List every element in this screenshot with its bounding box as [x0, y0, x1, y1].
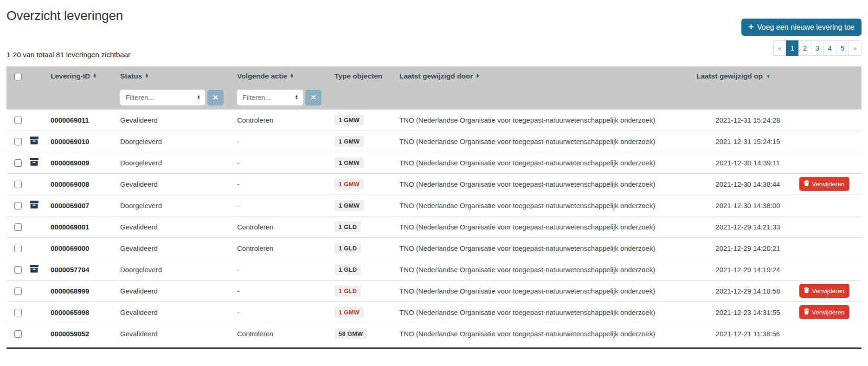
- levering-id[interactable]: 0000057704: [51, 259, 120, 280]
- laatst-gewijzigd-door-value: TNO (Nederlandse Organisatie voor toegep…: [399, 152, 696, 173]
- row-checkbox[interactable]: [14, 181, 22, 188]
- close-icon: ✕: [310, 93, 316, 102]
- status-value: Gevalideerd: [120, 323, 237, 344]
- laatst-gewijzigd-door-value: TNO (Nederlandse Organisatie voor toegep…: [399, 131, 696, 152]
- archive-icon: [30, 137, 39, 144]
- leveringen-table: Levering-ID▲▼ Status▲▼ Volgende actie▲▼ …: [6, 66, 862, 344]
- row-checkbox[interactable]: [14, 245, 22, 252]
- row-checkbox[interactable]: [14, 309, 22, 316]
- column-laatst-gewijzigd-op[interactable]: Laatst gewijzigd op▼: [696, 66, 799, 86]
- status-value: Gevalideerd: [120, 173, 237, 195]
- row-checkbox[interactable]: [14, 159, 22, 167]
- column-laatst-gewijzigd-door[interactable]: Laatst gewijzigd door▲▼: [399, 66, 696, 86]
- levering-id[interactable]: 0000069011: [51, 109, 120, 131]
- laatst-gewijzigd-op-value: 2021-12-21 11:38:56: [696, 323, 799, 344]
- column-volgende-actie[interactable]: Volgende actie▲▼: [237, 66, 334, 86]
- pagination-page-2[interactable]: 2: [798, 40, 811, 56]
- volgende-actie-value: -: [237, 152, 334, 173]
- levering-id[interactable]: 0000069001: [51, 216, 120, 237]
- table-row: 0000059052 Gevalideerd Controleren 58 GM…: [6, 323, 862, 344]
- close-icon: ✕: [212, 93, 219, 102]
- levering-id[interactable]: 0000069008: [51, 173, 120, 195]
- volgende-actie-value: -: [237, 173, 334, 195]
- laatst-gewijzigd-door-value: TNO (Nederlandse Organisatie voor toegep…: [399, 323, 696, 344]
- status-value: Gevalideerd: [120, 216, 237, 237]
- row-checkbox[interactable]: [14, 223, 22, 231]
- type-objecten-badge: 58 GMW: [334, 328, 367, 339]
- row-checkbox[interactable]: [14, 266, 22, 274]
- laatst-gewijzigd-op-value: 2021-12-30 14:38:44: [696, 173, 799, 195]
- levering-id[interactable]: 0000069000: [51, 237, 120, 259]
- laatst-gewijzigd-op-value: 2021-12-29 14:19:24: [696, 259, 799, 280]
- archive-icon: [30, 158, 39, 166]
- laatst-gewijzigd-door-value: TNO (Nederlandse Organisatie voor toegep…: [399, 109, 696, 131]
- add-levering-button[interactable]: + Voeg een nieuwe levering toe: [741, 19, 862, 36]
- volgende-actie-filter-select[interactable]: Filteren... ▲▼: [237, 90, 303, 105]
- status-value: Gevalideerd: [120, 237, 237, 259]
- row-checkbox[interactable]: [14, 138, 22, 145]
- sort-descending-icon: ▼: [766, 74, 771, 79]
- verwijderen-button[interactable]: Verwijderen: [799, 305, 849, 319]
- status-filter-select[interactable]: Filteren... ▲▼: [120, 90, 205, 105]
- laatst-gewijzigd-op-value: 2021-12-23 14:31:55: [696, 301, 799, 323]
- pagination-page-4[interactable]: 4: [823, 40, 836, 56]
- levering-id[interactable]: 0000059052: [51, 323, 120, 344]
- sort-icon: ▲▼: [476, 74, 479, 78]
- table-row: 0000069011 Gevalideerd Controleren 1 GMW…: [6, 109, 862, 131]
- table-row: 0000069001 Gevalideerd Controleren 1 GLD…: [6, 216, 862, 237]
- verwijderen-button[interactable]: Verwijderen: [799, 284, 849, 298]
- sort-icon: ▲▼: [290, 74, 294, 78]
- laatst-gewijzigd-door-value: TNO (Nederlandse Organisatie voor toegep…: [399, 301, 696, 323]
- table-row: 0000069000 Gevalideerd Controleren 1 GLD…: [6, 237, 862, 259]
- row-checkbox[interactable]: [14, 330, 22, 338]
- status-value: Gevalideerd: [120, 301, 237, 323]
- column-status[interactable]: Status▲▼: [120, 66, 237, 86]
- row-checkbox[interactable]: [14, 117, 22, 124]
- results-info: 1-20 van totaal 81 leveringen zichtbaar: [6, 51, 130, 59]
- status-filter-cell: Filteren... ▲▼ ✕: [120, 86, 237, 109]
- pagination-last[interactable]: »: [849, 40, 862, 56]
- laatst-gewijzigd-door-value: TNO (Nederlandse Organisatie voor toegep…: [399, 259, 696, 280]
- table-row: 0000069010 Doorgeleverd - 1 GMW TNO (Ned…: [6, 131, 862, 152]
- laatst-gewijzigd-door-value: TNO (Nederlandse Organisatie voor toegep…: [399, 216, 696, 237]
- status-value: Doorgeleverd: [120, 195, 237, 216]
- status-value: Doorgeleverd: [120, 259, 237, 280]
- pagination-page-1[interactable]: 1: [786, 40, 799, 56]
- select-arrows-icon: ▲▼: [295, 95, 298, 99]
- volgende-actie-value: -: [237, 195, 334, 216]
- status-value: Doorgeleverd: [120, 152, 237, 173]
- table-row: 0000069008 Gevalideerd - 1 GMW TNO (Nede…: [6, 173, 862, 195]
- archive-icon: [30, 201, 39, 209]
- volgende-actie-value: Controleren: [237, 216, 334, 237]
- trash-icon: [804, 287, 809, 294]
- levering-id[interactable]: 0000068999: [51, 280, 120, 301]
- levering-id[interactable]: 0000069010: [51, 131, 120, 152]
- type-objecten-badge: 1 GLD: [334, 264, 361, 275]
- column-levering-id[interactable]: Levering-ID▲▼: [51, 66, 120, 86]
- pagination-page-5[interactable]: 5: [836, 40, 849, 56]
- pagination-page-3[interactable]: 3: [811, 40, 824, 56]
- levering-id[interactable]: 0000069009: [51, 152, 120, 173]
- volgende-actie-value: Controleren: [237, 237, 334, 259]
- volgende-actie-value: -: [237, 259, 334, 280]
- verwijderen-button[interactable]: Verwijderen: [799, 177, 849, 191]
- row-checkbox[interactable]: [14, 202, 22, 209]
- table-bottom-bar: [6, 347, 862, 349]
- row-checkbox[interactable]: [14, 288, 22, 295]
- volgende-actie-filter-clear-button[interactable]: ✕: [305, 90, 321, 105]
- laatst-gewijzigd-door-value: TNO (Nederlandse Organisatie voor toegep…: [399, 173, 696, 195]
- levering-id[interactable]: 0000065998: [51, 301, 120, 323]
- page: Overzicht leveringen + Voeg een nieuwe l…: [0, 8, 868, 349]
- pagination-first[interactable]: «: [773, 40, 786, 56]
- table-row: 0000057704 Doorgeleverd - 1 GLD TNO (Ned…: [6, 259, 862, 280]
- table-row: 0000069009 Doorgeleverd - 1 GMW TNO (Ned…: [6, 152, 862, 173]
- plus-icon: +: [748, 22, 754, 32]
- archive-icon: [30, 265, 39, 273]
- laatst-gewijzigd-door-value: TNO (Nederlandse Organisatie voor toegep…: [399, 237, 696, 259]
- levering-id[interactable]: 0000069007: [51, 195, 120, 216]
- type-objecten-badge: 1 GLD: [334, 222, 361, 232]
- type-objecten-badge: 1 GMW: [334, 307, 364, 318]
- status-filter-clear-button[interactable]: ✕: [207, 90, 224, 105]
- table-row: 0000068999 Gevalideerd - 1 GLD TNO (Nede…: [6, 280, 862, 301]
- select-all-checkbox[interactable]: [14, 73, 22, 80]
